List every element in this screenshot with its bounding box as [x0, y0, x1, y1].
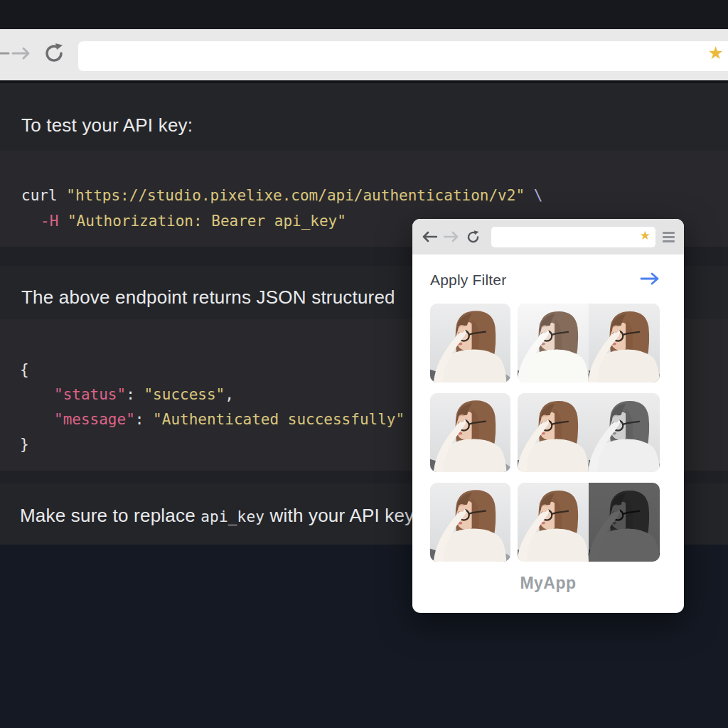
- filter-thumbnail-pair[interactable]: [518, 304, 660, 382]
- json-message-value: "Authenticated successfully": [153, 411, 405, 428]
- main-url-input[interactable]: [78, 41, 728, 71]
- json-message-line: "message": "Authenticated successfully": [54, 411, 405, 428]
- json-status-value: "success": [144, 386, 225, 403]
- portrait-image: [518, 483, 589, 562]
- portrait-image: [589, 304, 660, 382]
- json-status-key: "status": [54, 386, 126, 403]
- bookmark-star-icon[interactable]: ★: [708, 44, 724, 62]
- portrait-image: [430, 483, 510, 562]
- filter-thumbnail-single[interactable]: [430, 483, 510, 562]
- replace-text-after: with your API key: [264, 505, 414, 526]
- json-close-brace: }: [20, 436, 29, 453]
- portrait-image: [430, 304, 510, 382]
- curl-flag: -H: [41, 213, 58, 230]
- filter-row-3: [430, 483, 660, 562]
- popup-url-bar: ★: [491, 227, 655, 247]
- filter-popup-window: ★ Apply Filter: [412, 219, 684, 613]
- popup-reload-icon[interactable]: [466, 230, 481, 245]
- popup-bookmark-star-icon[interactable]: ★: [640, 230, 651, 242]
- main-browser-toolbar: ★: [0, 29, 728, 83]
- portrait-image: [589, 393, 660, 472]
- returns-text: The above endpoint returns JSON structur…: [21, 287, 395, 309]
- json-message-key: "message": [54, 411, 135, 428]
- portrait-image: [518, 393, 589, 472]
- portrait-image: [518, 304, 589, 382]
- replace-text-before: Make sure to replace: [20, 505, 200, 526]
- filter-row-2: [430, 393, 660, 472]
- popup-title: Apply Filter: [430, 272, 506, 289]
- json-open-brace: {: [20, 361, 29, 378]
- filter-thumbnail-pair[interactable]: [518, 483, 660, 562]
- popup-title-row: Apply Filter: [430, 272, 660, 289]
- apply-arrow-icon[interactable]: [640, 272, 660, 289]
- popup-forward-arrow-icon[interactable]: [444, 230, 459, 243]
- curl-header-line: -H "Authorization: Bearer api_key": [41, 213, 346, 230]
- filter-thumbnail-pair[interactable]: [518, 393, 660, 472]
- curl-cmd: curl: [21, 187, 58, 204]
- app-name-label: MyApp: [412, 574, 684, 593]
- menu-icon[interactable]: [663, 232, 675, 242]
- window-top-strip: [0, 0, 728, 29]
- json-comma: ,: [225, 386, 234, 403]
- replace-text: Make sure to replace api_key with your A…: [20, 505, 414, 527]
- screen: ★ To test your API key: curl "https://st…: [0, 0, 728, 728]
- intro-text: To test your API key:: [21, 114, 193, 136]
- replace-code-token: api_key: [200, 508, 264, 525]
- curl-url-string: "https://studio.pixelixe.com/api/authent…: [66, 187, 525, 204]
- forward-arrow-icon[interactable]: [11, 45, 33, 65]
- curl-command-line: curl "https://studio.pixelixe.com/api/au…: [21, 187, 542, 204]
- curl-linebreak: \: [534, 187, 543, 204]
- portrait-image: [589, 483, 660, 562]
- filter-grid: [430, 304, 660, 572]
- json-colon2: :: [135, 411, 144, 428]
- json-status-line: "status": "success",: [54, 386, 234, 403]
- popup-back-arrow-icon[interactable]: [422, 230, 437, 243]
- filter-row-1: [430, 304, 660, 382]
- popup-url-input[interactable]: [491, 227, 655, 247]
- portrait-image: [430, 393, 510, 472]
- json-colon: :: [126, 386, 135, 403]
- filter-thumbnail-single[interactable]: [430, 304, 510, 382]
- filter-thumbnail-single[interactable]: [430, 393, 510, 472]
- popup-browser-toolbar: ★: [412, 219, 684, 255]
- back-arrow-icon[interactable]: [0, 45, 10, 65]
- reload-icon[interactable]: [43, 42, 65, 68]
- curl-header-string: "Authorization: Bearer api_key": [68, 213, 346, 230]
